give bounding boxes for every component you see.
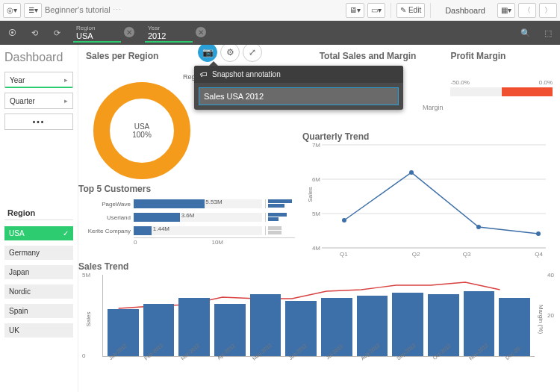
edit-button[interactable]: ✎ Edit	[396, 3, 425, 18]
selection-back-icon[interactable]: ⟲	[25, 24, 43, 42]
region-item-uk[interactable]: UK	[4, 323, 73, 337]
region-item-nordic[interactable]: Nordic	[4, 284, 73, 299]
sheets-button[interactable]: ▦▾	[497, 3, 515, 18]
dim-more[interactable]: •••	[4, 113, 73, 130]
list-menu-button[interactable]: ≣▾	[24, 3, 42, 18]
card-title: Quarterly Trend	[302, 131, 541, 142]
axis-label-y: Sales	[307, 187, 314, 202]
panel-quarterly-trend[interactable]: Quarterly Trend Sales 7M 6M 5M 4M Q1 Q2 …	[302, 131, 541, 257]
search-icon[interactable]: 🔍	[517, 24, 535, 42]
selections-tool-icon[interactable]: ⬚	[539, 24, 557, 42]
axis-label-y-left: Sales	[85, 311, 92, 326]
selection-fwd-icon[interactable]: ⟳	[48, 24, 66, 42]
card-title: Profit Margin	[450, 51, 553, 61]
region-item-usa[interactable]: USA✓	[4, 226, 73, 240]
panel-sales-trend[interactable]: Sales Trend Sales Margin (%) 5M 0 40 20	[78, 261, 556, 367]
card-title: Sales Trend	[78, 261, 556, 272]
device-desktop-button[interactable]: 🖥▾	[346, 3, 364, 18]
region-list-header: Region	[4, 206, 73, 220]
card-title: Total Sales and Margin	[320, 51, 444, 61]
axis-label-y-right: Margin (%)	[538, 304, 544, 333]
region-item-spain[interactable]: Spain	[4, 304, 73, 318]
dim-quarter[interactable]: Quarter▸	[4, 93, 73, 109]
next-sheet-button[interactable]: 〉	[539, 3, 557, 18]
tag-icon: 🏷	[200, 70, 208, 78]
card-title: Top 5 Customers	[78, 184, 295, 194]
snapshot-name-input[interactable]	[199, 87, 399, 105]
panel-top5-customers[interactable]: Top 5 Customers PageWave5.53M Userland3.…	[78, 184, 295, 246]
nav-menu-button[interactable]: ◎▾	[3, 3, 21, 18]
device-tablet-button[interactable]: ▭▾	[367, 3, 385, 18]
svg-point-7	[536, 231, 541, 236]
snapshot-popup: 🏷Snapshot annotation	[194, 66, 403, 110]
trend-x-labels: Jan-2012Feb-2012 Mar-2012Apr-2012 May-20…	[102, 357, 535, 367]
svg-point-4	[342, 218, 346, 223]
top-toolbar: ◎▾ ≣▾ Beginner's tutorial ⋯ 🖥▾ ▭▾ ✎ Edit…	[0, 0, 560, 21]
prev-sheet-button[interactable]: 〈	[518, 3, 536, 18]
donut-chart: USA100%	[93, 82, 190, 179]
snapshot-icon[interactable]: 📷	[198, 45, 217, 62]
step-back-icon[interactable]: ⦿	[3, 24, 21, 42]
close-icon[interactable]: ✕	[124, 27, 134, 37]
object-tools: 📷 ⚙ ⤢	[198, 45, 262, 62]
filter-pill-region[interactable]: Region USA ✕	[70, 22, 137, 43]
page-title: Dashboard	[4, 51, 73, 64]
region-item-japan[interactable]: Japan	[4, 265, 73, 279]
filter-pill-year[interactable]: Year 2012 ✕	[142, 22, 209, 43]
dashboard-content: 📷 ⚙ ⤢ 🏷Snapshot annotation Sales per Reg…	[78, 45, 560, 392]
sheet-crumb[interactable]: Dashboard	[436, 6, 494, 15]
dim-year[interactable]: Year▸	[4, 72, 73, 88]
popup-title: Snapshot annotation	[212, 70, 281, 78]
selections-bar: ⦿ ⟲ ⟳ Region USA ✕ Year 2012 ✕ 🔍 ⬚	[0, 21, 560, 45]
close-icon[interactable]: ✕	[196, 27, 206, 37]
trend-bars	[103, 275, 535, 356]
svg-point-5	[409, 170, 414, 175]
profit-margin-bar	[450, 87, 553, 96]
settings-sliders-icon[interactable]: ⚙	[220, 45, 240, 62]
region-item-germany[interactable]: Germany	[4, 246, 73, 260]
fullscreen-icon[interactable]: ⤢	[243, 45, 262, 62]
line-chart	[322, 145, 546, 257]
svg-point-6	[476, 225, 481, 229]
breadcrumb-tutorial[interactable]: Beginner's tutorial ⋯	[45, 5, 121, 15]
left-panel: Dashboard Year▸ Quarter▸ ••• Region USA✓…	[0, 45, 78, 392]
